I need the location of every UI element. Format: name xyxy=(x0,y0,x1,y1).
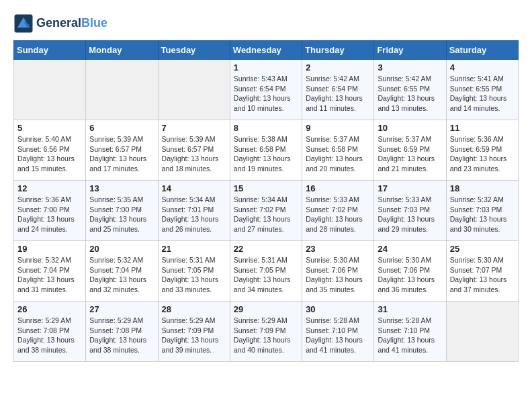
calendar-week-row: 26Sunrise: 5:29 AMSunset: 7:08 PMDayligh… xyxy=(14,302,519,362)
day-number: 12 xyxy=(17,183,82,193)
day-number: 31 xyxy=(378,304,442,314)
calendar-cell: 21Sunrise: 5:31 AMSunset: 7:05 PMDayligh… xyxy=(158,241,230,302)
day-info: Sunrise: 5:42 AMSunset: 6:54 PMDaylight:… xyxy=(306,74,370,113)
calendar-cell: 23Sunrise: 5:30 AMSunset: 7:06 PMDayligh… xyxy=(302,241,374,302)
page-header: GeneralBlue xyxy=(13,13,519,34)
day-info: Sunrise: 5:31 AMSunset: 7:05 PMDaylight:… xyxy=(234,255,298,295)
day-number: 27 xyxy=(89,304,154,314)
calendar-cell xyxy=(446,302,518,362)
logo-icon xyxy=(13,13,34,34)
calendar-cell: 27Sunrise: 5:29 AMSunset: 7:08 PMDayligh… xyxy=(86,302,158,362)
day-number: 21 xyxy=(162,244,226,254)
day-info: Sunrise: 5:30 AMSunset: 7:07 PMDaylight:… xyxy=(450,255,515,295)
day-number: 16 xyxy=(306,183,370,193)
day-number: 13 xyxy=(89,183,154,193)
day-number: 17 xyxy=(378,183,442,193)
day-number: 25 xyxy=(450,244,515,254)
calendar-cell: 24Sunrise: 5:30 AMSunset: 7:06 PMDayligh… xyxy=(374,241,446,302)
weekday-header-monday: Monday xyxy=(86,41,158,60)
day-number: 19 xyxy=(17,244,82,254)
day-info: Sunrise: 5:35 AMSunset: 7:00 PMDaylight:… xyxy=(89,195,154,234)
day-info: Sunrise: 5:40 AMSunset: 6:56 PMDaylight:… xyxy=(17,134,82,174)
day-number: 1 xyxy=(234,62,298,73)
day-info: Sunrise: 5:37 AMSunset: 6:59 PMDaylight:… xyxy=(378,134,442,174)
day-info: Sunrise: 5:43 AMSunset: 6:54 PMDaylight:… xyxy=(234,74,298,113)
day-info: Sunrise: 5:42 AMSunset: 6:55 PMDaylight:… xyxy=(378,74,442,113)
day-info: Sunrise: 5:39 AMSunset: 6:57 PMDaylight:… xyxy=(162,134,226,174)
weekday-header-friday: Friday xyxy=(374,41,446,60)
day-info: Sunrise: 5:39 AMSunset: 6:57 PMDaylight:… xyxy=(89,134,154,174)
day-info: Sunrise: 5:34 AMSunset: 7:02 PMDaylight:… xyxy=(234,195,298,234)
day-info: Sunrise: 5:30 AMSunset: 7:06 PMDaylight:… xyxy=(306,255,370,295)
day-number: 28 xyxy=(162,304,226,314)
day-number: 10 xyxy=(378,123,442,133)
calendar-cell: 6Sunrise: 5:39 AMSunset: 6:57 PMDaylight… xyxy=(86,120,158,181)
day-info: Sunrise: 5:28 AMSunset: 7:10 PMDaylight:… xyxy=(306,316,370,355)
calendar-cell: 14Sunrise: 5:34 AMSunset: 7:01 PMDayligh… xyxy=(158,181,230,241)
day-number: 9 xyxy=(306,123,370,133)
day-info: Sunrise: 5:38 AMSunset: 6:58 PMDaylight:… xyxy=(234,134,298,174)
day-number: 26 xyxy=(17,304,82,314)
day-info: Sunrise: 5:36 AMSunset: 7:00 PMDaylight:… xyxy=(17,195,82,234)
calendar-cell: 18Sunrise: 5:32 AMSunset: 7:03 PMDayligh… xyxy=(446,181,518,241)
calendar-cell: 7Sunrise: 5:39 AMSunset: 6:57 PMDaylight… xyxy=(158,120,230,181)
day-number: 3 xyxy=(378,62,442,73)
calendar-week-row: 5Sunrise: 5:40 AMSunset: 6:56 PMDaylight… xyxy=(14,120,519,181)
calendar-cell: 19Sunrise: 5:32 AMSunset: 7:04 PMDayligh… xyxy=(14,241,86,302)
calendar-cell: 28Sunrise: 5:29 AMSunset: 7:09 PMDayligh… xyxy=(158,302,230,362)
day-info: Sunrise: 5:34 AMSunset: 7:01 PMDaylight:… xyxy=(162,195,226,234)
logo: GeneralBlue xyxy=(13,13,107,34)
calendar-cell: 9Sunrise: 5:37 AMSunset: 6:58 PMDaylight… xyxy=(302,120,374,181)
day-number: 24 xyxy=(378,244,442,254)
calendar-cell: 10Sunrise: 5:37 AMSunset: 6:59 PMDayligh… xyxy=(374,120,446,181)
day-info: Sunrise: 5:30 AMSunset: 7:06 PMDaylight:… xyxy=(378,255,442,295)
day-number: 2 xyxy=(306,62,370,73)
day-info: Sunrise: 5:31 AMSunset: 7:05 PMDaylight:… xyxy=(162,255,226,295)
day-info: Sunrise: 5:28 AMSunset: 7:10 PMDaylight:… xyxy=(378,316,442,355)
day-info: Sunrise: 5:32 AMSunset: 7:04 PMDaylight:… xyxy=(17,255,82,295)
day-number: 23 xyxy=(306,244,370,254)
calendar-cell: 26Sunrise: 5:29 AMSunset: 7:08 PMDayligh… xyxy=(14,302,86,362)
calendar-cell: 16Sunrise: 5:33 AMSunset: 7:02 PMDayligh… xyxy=(302,181,374,241)
day-info: Sunrise: 5:41 AMSunset: 6:55 PMDaylight:… xyxy=(450,74,515,113)
weekday-header-tuesday: Tuesday xyxy=(158,41,230,60)
calendar-cell: 20Sunrise: 5:32 AMSunset: 7:04 PMDayligh… xyxy=(86,241,158,302)
day-info: Sunrise: 5:29 AMSunset: 7:09 PMDaylight:… xyxy=(162,316,226,355)
weekday-header-wednesday: Wednesday xyxy=(230,41,302,60)
day-info: Sunrise: 5:29 AMSunset: 7:09 PMDaylight:… xyxy=(234,316,298,355)
day-number: 6 xyxy=(89,123,154,133)
day-number: 4 xyxy=(450,62,515,73)
calendar-cell: 29Sunrise: 5:29 AMSunset: 7:09 PMDayligh… xyxy=(230,302,302,362)
calendar-table: SundayMondayTuesdayWednesdayThursdayFrid… xyxy=(13,40,519,362)
calendar-cell: 1Sunrise: 5:43 AMSunset: 6:54 PMDaylight… xyxy=(230,60,302,120)
calendar-week-row: 12Sunrise: 5:36 AMSunset: 7:00 PMDayligh… xyxy=(14,181,519,241)
calendar-cell: 2Sunrise: 5:42 AMSunset: 6:54 PMDaylight… xyxy=(302,60,374,120)
calendar-cell: 3Sunrise: 5:42 AMSunset: 6:55 PMDaylight… xyxy=(374,60,446,120)
calendar-cell: 4Sunrise: 5:41 AMSunset: 6:55 PMDaylight… xyxy=(446,60,518,120)
logo-text: GeneralBlue xyxy=(36,17,107,30)
calendar-cell: 15Sunrise: 5:34 AMSunset: 7:02 PMDayligh… xyxy=(230,181,302,241)
day-info: Sunrise: 5:33 AMSunset: 7:02 PMDaylight:… xyxy=(306,195,370,234)
day-number: 8 xyxy=(234,123,298,133)
day-number: 7 xyxy=(162,123,226,133)
calendar-cell: 22Sunrise: 5:31 AMSunset: 7:05 PMDayligh… xyxy=(230,241,302,302)
weekday-header-row: SundayMondayTuesdayWednesdayThursdayFrid… xyxy=(14,41,519,60)
day-number: 15 xyxy=(234,183,298,193)
day-number: 29 xyxy=(234,304,298,314)
calendar-cell: 11Sunrise: 5:36 AMSunset: 6:59 PMDayligh… xyxy=(446,120,518,181)
day-info: Sunrise: 5:32 AMSunset: 7:04 PMDaylight:… xyxy=(89,255,154,295)
calendar-cell: 25Sunrise: 5:30 AMSunset: 7:07 PMDayligh… xyxy=(446,241,518,302)
day-number: 5 xyxy=(17,123,82,133)
calendar-week-row: 1Sunrise: 5:43 AMSunset: 6:54 PMDaylight… xyxy=(14,60,519,120)
weekday-header-sunday: Sunday xyxy=(14,41,86,60)
calendar-cell: 30Sunrise: 5:28 AMSunset: 7:10 PMDayligh… xyxy=(302,302,374,362)
day-number: 22 xyxy=(234,244,298,254)
day-number: 11 xyxy=(450,123,515,133)
calendar-cell xyxy=(158,60,230,120)
day-number: 14 xyxy=(162,183,226,193)
calendar-cell: 17Sunrise: 5:33 AMSunset: 7:03 PMDayligh… xyxy=(374,181,446,241)
day-info: Sunrise: 5:36 AMSunset: 6:59 PMDaylight:… xyxy=(450,134,515,174)
weekday-header-saturday: Saturday xyxy=(446,41,518,60)
day-info: Sunrise: 5:29 AMSunset: 7:08 PMDaylight:… xyxy=(89,316,154,355)
calendar-cell xyxy=(86,60,158,120)
